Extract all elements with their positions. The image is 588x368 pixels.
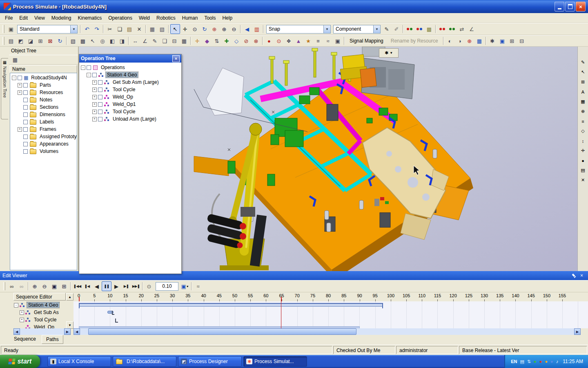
step-forward-icon[interactable]: ▶❚: [121, 281, 131, 291]
zoom-out-time-icon[interactable]: ⊖: [40, 281, 49, 291]
pan-vertical-icon[interactable]: ↕: [579, 137, 587, 144]
step-back-icon[interactable]: ❚◀: [82, 281, 92, 291]
tree-item-label[interactable]: Get Sub As: [33, 310, 60, 315]
visibility-checkbox[interactable]: [87, 65, 91, 70]
tree-scroll-right-button[interactable]: ▶: [64, 328, 71, 335]
tree-scroll-up-button[interactable]: ▲: [66, 293, 74, 301]
menu-help[interactable]: Help: [219, 13, 236, 22]
gantt-scroll-thumb[interactable]: [88, 328, 356, 335]
visibility-checkbox[interactable]: [23, 90, 28, 95]
expander-icon[interactable]: +: [92, 95, 97, 99]
tree-item-label[interactable]: Dimensions: [38, 112, 67, 117]
clear-view-icon[interactable]: ✕: [579, 177, 587, 184]
tree-item-label[interactable]: Assigned Prototypes: [38, 134, 77, 139]
back-view-icon[interactable]: ◀: [242, 24, 252, 34]
visibility-checkbox[interactable]: [23, 98, 28, 102]
delete-operation-icon[interactable]: ⊠: [45, 36, 55, 46]
collision-off-icon[interactable]: ⊘: [241, 36, 251, 46]
link-icon[interactable]: ∞: [7, 281, 17, 291]
tree-scroll-left-button[interactable]: ◀: [13, 328, 20, 335]
tree-row[interactable]: +Assigned Prototypes: [10, 133, 77, 140]
app-blue-icon[interactable]: ●: [550, 359, 553, 364]
tree-item-label[interactable]: Weld_Op1: [111, 101, 137, 107]
go-start-icon[interactable]: ❚◀◀: [72, 281, 82, 291]
pin-icon[interactable]: [572, 274, 576, 278]
menu-file[interactable]: File: [2, 13, 16, 22]
measure-icon[interactable]: ↔: [130, 36, 140, 46]
taskbar-task-3[interactable]: ◩Process Designer: [178, 356, 242, 367]
menu-operations[interactable]: Operations: [105, 13, 136, 22]
display-compare-icon[interactable]: ◐: [445, 36, 455, 46]
alert-red-icon[interactable]: ●: [539, 359, 542, 364]
joint-jog-icon[interactable]: ⇅: [212, 36, 222, 46]
tree-row[interactable]: +Dimensions: [10, 111, 77, 118]
detach-icon[interactable]: ⊟: [517, 36, 527, 46]
menu-tools[interactable]: Tools: [201, 13, 219, 22]
tree-row[interactable]: +Labels: [10, 118, 77, 126]
tree-row[interactable]: +Tool Cycle: [79, 108, 181, 115]
signal-pair-red-icon[interactable]: [437, 24, 447, 34]
visibility-checkbox[interactable]: [98, 110, 102, 114]
robot-jog-icon[interactable]: ✚: [222, 36, 232, 46]
visibility-checkbox[interactable]: [23, 120, 28, 124]
view-style-gear-button[interactable]: ✱ ▼: [379, 48, 399, 58]
display-split-icon[interactable]: ◑: [455, 36, 465, 46]
section-icon[interactable]: ⊟: [169, 36, 179, 46]
menu-weld[interactable]: Weld: [136, 13, 153, 22]
visibility-checkbox[interactable]: [23, 83, 28, 88]
display-only-icon[interactable]: ◧: [107, 36, 117, 46]
snap-combo[interactable]: Snap▼: [266, 25, 331, 34]
center-view-icon[interactable]: ⊕: [209, 24, 219, 34]
weld-distribute-icon[interactable]: [414, 24, 424, 34]
gantt-area[interactable]: [74, 301, 588, 328]
entity-pick-icon[interactable]: ↖: [88, 36, 98, 46]
tree-row[interactable]: +Weld_Op: [12, 323, 74, 328]
tree-item-label[interactable]: Sections: [38, 104, 60, 110]
delete-icon[interactable]: ✕: [134, 24, 144, 34]
tree-item-label[interactable]: Weld_Op: [33, 324, 56, 328]
grid-icon[interactable]: ▦: [179, 36, 189, 46]
zoom-fit-time-icon[interactable]: ⊞: [59, 281, 69, 291]
path-editor-icon[interactable]: ≈: [323, 36, 333, 46]
taskbar-task-4[interactable]: ✱Process Simulat...: [243, 356, 307, 367]
measure-angle-icon[interactable]: ∠: [467, 24, 477, 34]
tree-row[interactable]: -Operations: [79, 64, 181, 71]
copy-icon[interactable]: ❏: [115, 24, 125, 34]
expander-icon[interactable]: +: [18, 90, 22, 95]
tab-sequence[interactable]: Sequence: [10, 335, 40, 343]
gantt-bar-summary[interactable]: [79, 303, 383, 307]
tree-item-label[interactable]: RobcadStudy4N: [30, 75, 68, 81]
expander-icon[interactable]: +: [20, 310, 24, 315]
frame-snap-icon[interactable]: ⊞: [579, 79, 587, 85]
dropdown-arrow-icon[interactable]: ▼: [323, 25, 330, 33]
blank-icon[interactable]: ◨: [117, 36, 127, 46]
play-icon[interactable]: ▶: [111, 281, 121, 291]
sequence-op-icon[interactable]: ≡: [313, 36, 323, 46]
zoom-out-icon[interactable]: ⊖: [229, 24, 239, 34]
note-icon[interactable]: ❑: [160, 36, 169, 46]
gantt-hscroll[interactable]: ◀ ▶: [74, 328, 581, 335]
tree-item-label[interactable]: Station 4 Geo: [27, 302, 59, 308]
tree-row[interactable]: +Get Sub Asm (Large): [79, 79, 181, 86]
center-point-icon[interactable]: ⊕: [579, 108, 587, 115]
capture-view-icon[interactable]: ▣: [497, 36, 507, 46]
tree-item-label[interactable]: Appearances: [38, 141, 70, 147]
tree-item-label[interactable]: Volumes: [38, 148, 60, 154]
grid-display-icon[interactable]: ▦: [579, 98, 587, 105]
zoom-in-time-icon[interactable]: ⊕: [30, 281, 40, 291]
expander-icon[interactable]: +: [18, 127, 22, 132]
paste-icon[interactable]: ▤: [125, 24, 134, 34]
visibility-checkbox[interactable]: [98, 102, 102, 107]
expander-icon[interactable]: +: [92, 117, 97, 121]
select-mode-icon[interactable]: ↖: [579, 69, 587, 76]
refresh-view-icon[interactable]: ↻: [200, 24, 209, 34]
measure-distance-icon[interactable]: ⇄: [457, 24, 467, 34]
edit-viewer-close-icon[interactable]: ×: [580, 273, 583, 278]
component-combo[interactable]: Component▼: [333, 25, 381, 34]
tree-hscroll[interactable]: ◀ ▶: [13, 328, 71, 335]
taskbar-task-2[interactable]: D:\Robcaddata\...: [113, 356, 176, 367]
dropdown-arrow-icon[interactable]: ▼: [373, 25, 380, 33]
tree-filter-icon[interactable]: ▦: [10, 55, 20, 65]
signal-pair-green-icon[interactable]: [447, 24, 457, 34]
tree-row[interactable]: +Appearances: [10, 140, 77, 148]
